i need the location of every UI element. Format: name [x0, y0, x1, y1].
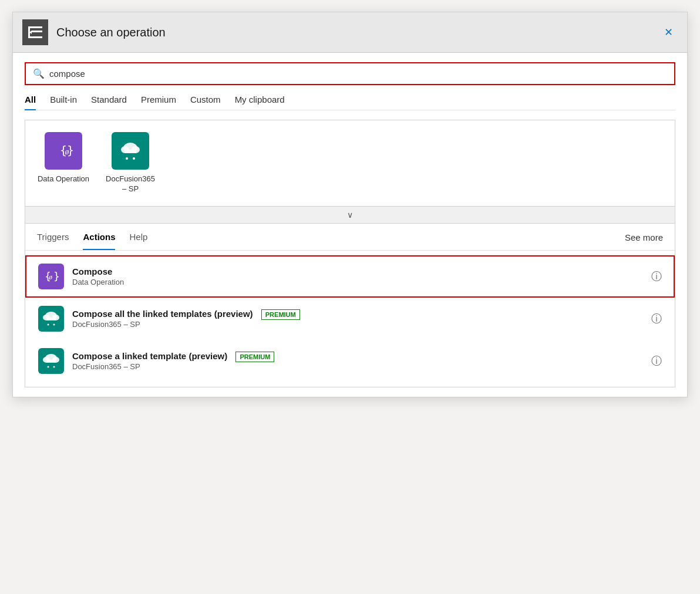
search-input[interactable] [49, 69, 667, 79]
svg-point-36 [48, 366, 49, 367]
result-icon-compose: { ø } [38, 264, 64, 289]
result-text-compose-all: Compose all the linked templates (previe… [72, 309, 651, 329]
svg-rect-3 [32, 31, 42, 32]
tab-builtin[interactable]: Built-in [50, 95, 77, 110]
result-title-compose-linked: Compose a linked template (preview) PREM… [72, 351, 651, 361]
svg-rect-25 [52, 320, 53, 323]
category-tabs: All Built-in Standard Premium Custom My … [25, 95, 675, 110]
connector-label-data-operation: Data Operation [38, 174, 89, 184]
svg-rect-24 [49, 320, 51, 323]
see-more-button[interactable]: See more [625, 232, 663, 249]
connector-icon-docfusion [112, 132, 149, 170]
svg-point-15 [126, 157, 128, 160]
info-icon-compose-linked[interactable]: ⓘ [651, 354, 662, 368]
connectors-grid: { ø } Data Operation [37, 132, 663, 194]
svg-rect-32 [46, 360, 56, 363]
connectors-section: { ø } Data Operation [25, 120, 675, 207]
connector-docfusion[interactable]: DocFusion365 – SP [104, 132, 157, 194]
svg-point-28 [53, 323, 55, 325]
lower-tab-help[interactable]: Help [129, 232, 147, 250]
info-icon-compose-all[interactable]: ⓘ [651, 312, 662, 326]
result-text-compose-linked: Compose a linked template (preview) PREM… [72, 351, 651, 371]
tab-all[interactable]: All [25, 95, 36, 110]
dialog-body: 🔍 All Built-in Standard Premium Custom M… [13, 53, 687, 397]
result-title-compose-all: Compose all the linked templates (previe… [72, 309, 651, 319]
svg-rect-13 [132, 154, 133, 157]
svg-text:}: } [67, 143, 74, 157]
collapse-icon: ∨ [347, 210, 353, 220]
result-icon-compose-all [38, 306, 64, 332]
result-subtitle-compose: Data Operation [72, 278, 651, 286]
connector-data-operation[interactable]: { ø } Data Operation [37, 132, 90, 194]
close-button[interactable]: ✕ [659, 23, 678, 41]
tab-standard[interactable]: Standard [91, 95, 127, 110]
search-box: 🔍 [25, 62, 675, 85]
dialog-header: Choose an operation ✕ [13, 12, 687, 53]
svg-rect-11 [124, 150, 136, 153]
info-icon-compose[interactable]: ⓘ [651, 269, 662, 284]
result-item-compose[interactable]: { ø } Compose Data Operation ⓘ [25, 255, 675, 298]
premium-badge-2: PREMIUM [235, 352, 274, 362]
svg-text:ø: ø [48, 273, 53, 281]
dialog-header-icon [22, 19, 48, 45]
lower-tab-triggers[interactable]: Triggers [37, 232, 69, 250]
result-subtitle-compose-all: DocFusion365 – SP [72, 320, 651, 329]
result-title-compose: Compose [72, 266, 651, 276]
premium-badge-1: PREMIUM [261, 309, 300, 320]
lower-section: Triggers Actions Help See more { ø } [25, 224, 675, 387]
results-list: { ø } Compose Data Operation ⓘ [25, 251, 675, 387]
result-item-compose-all[interactable]: Compose all the linked templates (previe… [25, 298, 675, 340]
connector-label-docfusion: DocFusion365 – SP [104, 174, 157, 194]
choose-operation-dialog: Choose an operation ✕ 🔍 All Built-in Sta… [12, 12, 688, 397]
dialog-title: Choose an operation [56, 26, 659, 39]
tab-premium[interactable]: Premium [141, 95, 176, 110]
svg-rect-33 [49, 363, 51, 365]
svg-point-16 [133, 157, 135, 160]
result-item-compose-linked[interactable]: Compose a linked template (preview) PREM… [25, 340, 675, 382]
svg-rect-34 [52, 363, 53, 365]
svg-rect-26 [48, 323, 55, 324]
search-icon: 🔍 [33, 68, 45, 79]
svg-point-27 [48, 323, 49, 325]
result-subtitle-compose-linked: DocFusion365 – SP [72, 362, 651, 371]
svg-rect-2 [28, 36, 42, 38]
svg-rect-23 [46, 318, 56, 320]
collapse-bar[interactable]: ∨ [25, 207, 675, 224]
svg-point-37 [53, 366, 55, 367]
lower-tabs-row: Triggers Actions Help See more [25, 224, 675, 251]
svg-rect-12 [128, 154, 129, 157]
svg-rect-0 [28, 26, 42, 28]
result-icon-compose-linked [38, 348, 64, 374]
tab-myclipboard[interactable]: My clipboard [235, 95, 285, 110]
tab-custom[interactable]: Custom [190, 95, 221, 110]
svg-rect-35 [48, 365, 55, 366]
connector-icon-data-operation: { ø } [45, 132, 82, 170]
lower-tab-actions[interactable]: Actions [83, 232, 115, 250]
svg-text:}: } [53, 270, 59, 282]
result-text-compose: Compose Data Operation [72, 266, 651, 286]
